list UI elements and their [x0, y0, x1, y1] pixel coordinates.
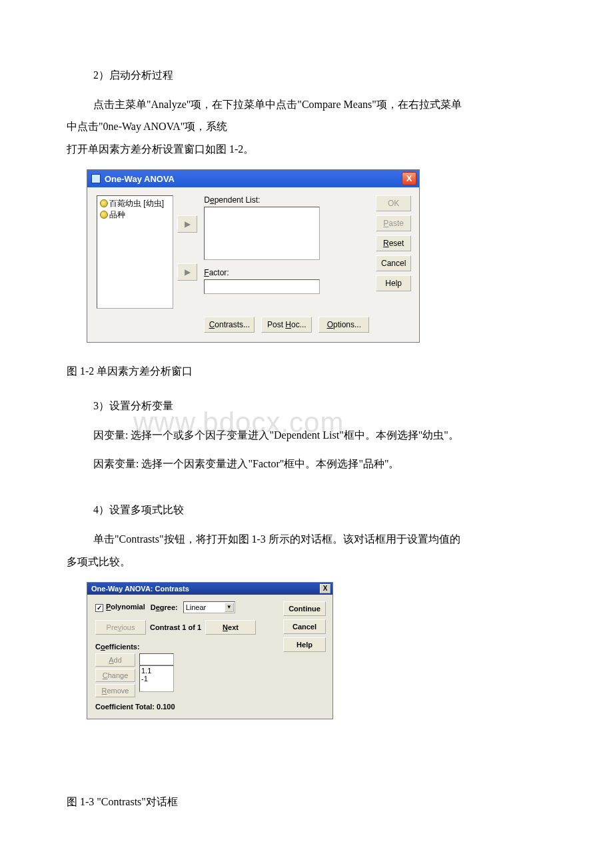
step3-line2: 因素变量: 选择一个因素变量进入"Factor"框中。本例选择"品种"。	[67, 455, 546, 473]
dialog-title: One-Way ANOVA	[105, 174, 402, 184]
app-icon	[91, 174, 101, 183]
add-button[interactable]: Add	[95, 653, 135, 667]
titlebar: One-Way ANOVA: Contrasts X	[87, 583, 332, 595]
move-to-factor-button[interactable]: ▶	[177, 263, 197, 281]
ok-button[interactable]: OK	[376, 195, 411, 211]
step2-heading: 2）启动分析过程	[67, 67, 546, 84]
coefficient-list[interactable]: 1.1 -1	[139, 665, 174, 692]
contrasts-dialog: One-Way ANOVA: Contrasts X ✓Polynomial D…	[87, 582, 333, 719]
source-variable-list[interactable]: 百菀幼虫 [幼虫] 品种	[97, 195, 173, 309]
degree-select[interactable]: Linear ▼	[183, 601, 235, 613]
factor-box[interactable]	[204, 279, 320, 294]
help-button[interactable]: Help	[376, 275, 411, 291]
help-button[interactable]: Help	[283, 637, 326, 652]
paste-button[interactable]: Paste	[376, 215, 411, 231]
close-icon[interactable]: X	[402, 172, 416, 185]
move-to-dependent-button[interactable]: ▶	[177, 215, 197, 233]
cancel-button[interactable]: Cancel	[283, 619, 326, 634]
remove-button[interactable]: Remove	[95, 684, 135, 697]
list-item: -1	[141, 675, 172, 683]
list-item[interactable]: 百菀幼虫 [幼虫]	[100, 198, 170, 209]
list-item-label: 百菀幼虫 [幼虫]	[109, 199, 164, 208]
figure-caption-1: 图 1-2 单因素方差分析窗口	[67, 363, 546, 380]
next-button[interactable]: Next	[205, 620, 256, 635]
step4-line2: 多项式比较。	[67, 553, 546, 571]
step2-line3: 打开单因素方差分析设置窗口如图 1-2。	[67, 141, 546, 158]
coefficient-input[interactable]	[139, 653, 174, 665]
step4-line1: 单击"Contrasts"按钮，将打开如图 1-3 所示的对话框。该对话框用于设…	[67, 531, 546, 548]
step3-heading: 3）设置分析变量	[67, 397, 546, 415]
step3-line1: 因变量: 选择一个或多个因子变量进入"Dependent List"框中。本例选…	[67, 427, 546, 444]
dependent-list-box[interactable]	[204, 207, 320, 260]
figure-caption-2: 图 1-3 "Contrasts"对话框	[67, 793, 546, 811]
posthoc-button[interactable]: Post Hoc...	[261, 317, 312, 333]
options-button[interactable]: Options...	[318, 317, 369, 333]
oneway-anova-dialog: One-Way ANOVA X 百菀幼虫 [幼虫] 品种 ▶ ▶ Depende…	[87, 169, 420, 343]
contrast-count-label: Contrast 1 of 1	[150, 623, 201, 631]
factor-label: Factor:	[204, 268, 229, 277]
polynomial-checkbox[interactable]: ✓Polynomial	[95, 603, 145, 612]
coefficient-total-label: Coefficient Total: 0.100	[95, 703, 277, 711]
step2-line2: 中点击"0ne-Way ANOVA"项，系统	[67, 118, 546, 135]
change-button[interactable]: Change	[95, 669, 135, 682]
reset-button[interactable]: Reset	[376, 235, 411, 251]
variable-icon	[100, 199, 108, 207]
degree-label: Degree:	[151, 603, 178, 611]
step2-line1: 点击主菜单"Analyze"项，在下拉菜单中点击"Compare Means"项…	[67, 96, 546, 113]
cancel-button[interactable]: Cancel	[376, 255, 411, 271]
list-item: 1.1	[141, 667, 172, 675]
chevron-down-icon: ▼	[225, 603, 234, 612]
coefficients-label: Coefficients:	[95, 643, 277, 651]
dependent-list-label: Dependent List:	[204, 195, 260, 205]
variable-icon	[100, 211, 108, 219]
list-item[interactable]: 品种	[100, 209, 170, 221]
titlebar: One-Way ANOVA X	[87, 170, 419, 187]
list-item-label: 品种	[109, 210, 125, 219]
step4-heading: 4）设置多项式比较	[67, 501, 546, 519]
continue-button[interactable]: Continue	[283, 601, 326, 616]
dialog-title: One-Way ANOVA: Contrasts	[91, 585, 320, 593]
contrasts-button[interactable]: Contrasts...	[204, 317, 255, 333]
close-icon[interactable]: X	[320, 584, 330, 593]
previous-button[interactable]: Previous	[95, 620, 146, 635]
degree-value: Linear	[186, 603, 207, 611]
